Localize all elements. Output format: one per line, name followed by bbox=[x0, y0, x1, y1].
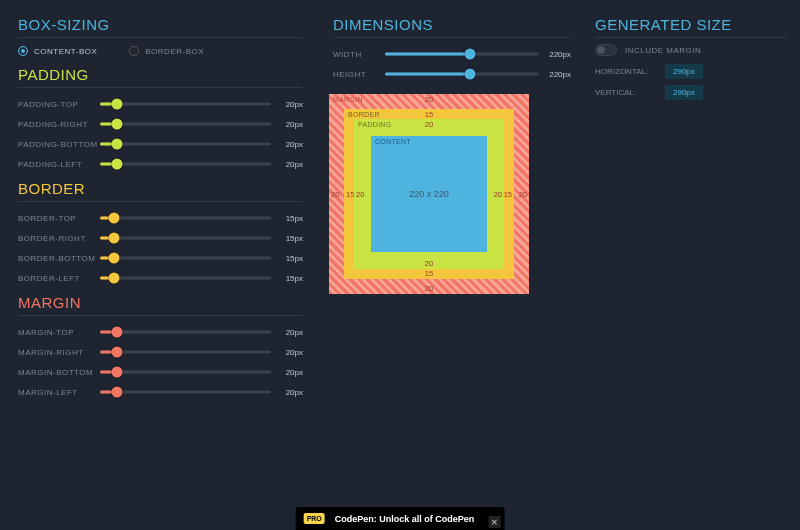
slider-value: 220px bbox=[539, 50, 571, 59]
generated-size-heading: GENERATED SIZE bbox=[595, 16, 786, 38]
dimension-slider[interactable] bbox=[385, 69, 539, 79]
slider-label: MARGIN-BOTTOM bbox=[18, 368, 100, 377]
slider-thumb-icon bbox=[108, 233, 119, 244]
dimension-slider[interactable] bbox=[385, 49, 539, 59]
slider-thumb-icon bbox=[108, 253, 119, 264]
radio-label: BORDER-BOX bbox=[145, 47, 204, 56]
radio-dot-icon bbox=[129, 46, 139, 56]
border-slider[interactable] bbox=[100, 273, 271, 283]
border-slider[interactable] bbox=[100, 233, 271, 243]
border-heading: BORDER bbox=[18, 180, 303, 202]
margin-right-value: 20 bbox=[519, 190, 527, 199]
slider-label: PADDING-LEFT bbox=[18, 160, 100, 169]
padding-heading: PADDING bbox=[18, 66, 303, 88]
margin-slider[interactable] bbox=[100, 367, 271, 377]
slider-label: BORDER-TOP bbox=[18, 214, 100, 223]
slider-label: BORDER-BOTTOM bbox=[18, 254, 100, 263]
slider-row: PADDING-LEFT20px bbox=[0, 154, 321, 174]
slider-track bbox=[100, 217, 271, 220]
codepen-promo-banner[interactable]: PRO CodePen: Unlock all of CodePen ✕ bbox=[296, 507, 505, 530]
padding-slider[interactable] bbox=[100, 139, 271, 149]
padding-slider[interactable] bbox=[100, 119, 271, 129]
include-margin-toggle[interactable] bbox=[595, 44, 617, 56]
slider-row: WIDTH220px bbox=[325, 44, 581, 64]
slider-thumb-icon bbox=[112, 367, 123, 378]
margin-slider[interactable] bbox=[100, 347, 271, 357]
slider-label: MARGIN-LEFT bbox=[18, 388, 100, 397]
radio-border-box[interactable]: BORDER-BOX bbox=[129, 46, 204, 56]
slider-row: MARGIN-RIGHT20px bbox=[0, 342, 321, 362]
slider-track bbox=[100, 143, 271, 146]
slider-value: 20px bbox=[271, 368, 303, 377]
radio-content-box[interactable]: CONTENT-BOX bbox=[18, 46, 97, 56]
padding-label: PADDING bbox=[358, 121, 391, 128]
slider-value: 20px bbox=[271, 348, 303, 357]
margin-label: MARGIN bbox=[333, 96, 363, 103]
border-top-value: 15 bbox=[425, 110, 433, 119]
slider-value: 20px bbox=[271, 160, 303, 169]
slider-label: WIDTH bbox=[333, 50, 385, 59]
padding-box: PADDING 20 20 20 20 CONTENT 220 x 220 bbox=[354, 119, 504, 269]
generated-horizontal-value: 290px bbox=[665, 64, 703, 79]
generated-horizontal-label: HORIZONTAL: bbox=[595, 67, 665, 76]
pro-badge-icon: PRO bbox=[304, 513, 325, 524]
padding-bottom-value: 20 bbox=[425, 259, 433, 268]
padding-top-value: 20 bbox=[425, 120, 433, 129]
border-right-value: 15 bbox=[504, 190, 512, 199]
dimensions-heading: DIMENSIONS bbox=[333, 16, 571, 38]
slider-label: PADDING-BOTTOM bbox=[18, 140, 100, 149]
slider-fill bbox=[385, 53, 470, 56]
slider-row: MARGIN-BOTTOM20px bbox=[0, 362, 321, 382]
slider-track bbox=[100, 163, 271, 166]
slider-track bbox=[100, 277, 271, 280]
slider-value: 220px bbox=[539, 70, 571, 79]
slider-label: MARGIN-TOP bbox=[18, 328, 100, 337]
slider-thumb-icon bbox=[108, 213, 119, 224]
slider-thumb-icon bbox=[112, 387, 123, 398]
border-slider[interactable] bbox=[100, 213, 271, 223]
slider-thumb-icon bbox=[464, 49, 475, 60]
slider-row: BORDER-RIGHT15px bbox=[0, 228, 321, 248]
slider-thumb-icon bbox=[464, 69, 475, 80]
slider-label: BORDER-LEFT bbox=[18, 274, 100, 283]
margin-left-value: 20 bbox=[331, 190, 339, 199]
slider-value: 15px bbox=[271, 274, 303, 283]
slider-value: 15px bbox=[271, 234, 303, 243]
slider-thumb-icon bbox=[112, 139, 123, 150]
slider-label: HEIGHT bbox=[333, 70, 385, 79]
box-model-visualization: MARGIN 20 20 20 20 BORDER 15 15 15 15 PA… bbox=[325, 84, 581, 294]
margin-slider[interactable] bbox=[100, 327, 271, 337]
margin-slider[interactable] bbox=[100, 387, 271, 397]
content-dimensions-text: 220 x 220 bbox=[409, 189, 449, 199]
slider-row: HEIGHT220px bbox=[325, 64, 581, 84]
slider-value: 15px bbox=[271, 254, 303, 263]
slider-value: 20px bbox=[271, 100, 303, 109]
slider-thumb-icon bbox=[112, 327, 123, 338]
border-slider[interactable] bbox=[100, 253, 271, 263]
border-label: BORDER bbox=[348, 111, 380, 118]
slider-fill bbox=[385, 73, 470, 76]
padding-right-value: 20 bbox=[494, 190, 502, 199]
slider-row: MARGIN-TOP20px bbox=[0, 322, 321, 342]
slider-track bbox=[100, 123, 271, 126]
include-margin-label: INCLUDE MARGIN bbox=[625, 46, 701, 55]
slider-track bbox=[100, 257, 271, 260]
slider-thumb-icon bbox=[112, 99, 123, 110]
close-icon[interactable]: ✕ bbox=[488, 516, 500, 528]
margin-top-value: 20 bbox=[425, 95, 433, 104]
promo-text: CodePen: Unlock all of CodePen bbox=[335, 514, 475, 524]
padding-slider[interactable] bbox=[100, 159, 271, 169]
slider-track bbox=[100, 331, 271, 334]
padding-left-value: 20 bbox=[356, 190, 364, 199]
slider-row: PADDING-TOP20px bbox=[0, 94, 321, 114]
slider-track bbox=[100, 103, 271, 106]
slider-label: PADDING-RIGHT bbox=[18, 120, 100, 129]
slider-thumb-icon bbox=[112, 347, 123, 358]
slider-track bbox=[100, 391, 271, 394]
slider-thumb-icon bbox=[112, 159, 123, 170]
slider-value: 20px bbox=[271, 388, 303, 397]
padding-slider[interactable] bbox=[100, 99, 271, 109]
margin-heading: MARGIN bbox=[18, 294, 303, 316]
border-box: BORDER 15 15 15 15 PADDING 20 20 20 20 C… bbox=[344, 109, 514, 279]
slider-thumb-icon bbox=[108, 273, 119, 284]
